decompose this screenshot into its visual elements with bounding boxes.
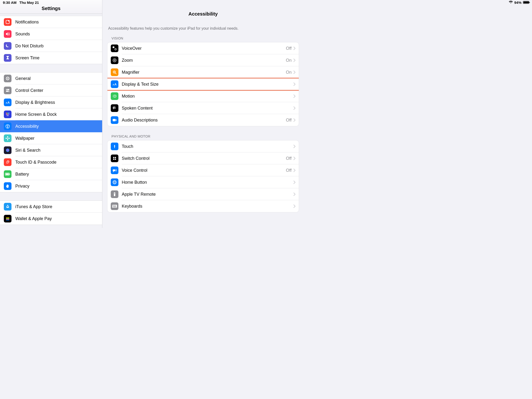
row-touch[interactable]: Touch [108,140,299,152]
row-magnifier[interactable]: MagnifierOn [108,66,299,78]
row-value: On [286,58,291,63]
row-zoom[interactable]: ZoomOn [108,54,299,66]
voicecontrol-icon [111,166,118,174]
switchcontrol-icon [111,155,118,162]
svg-point-23 [8,138,10,139]
svg-rect-66 [113,207,116,207]
chevron-right-icon [293,169,295,172]
svg-rect-62 [113,206,114,206]
row-label: Magnifier [122,70,139,75]
sidebar-item-itunes[interactable]: iTunes & App Store [0,201,102,213]
sounds-icon [4,30,12,38]
row-switchcontrol[interactable]: Switch ControlOff [108,152,299,164]
row-spoken[interactable]: 말0Spoken Content [108,102,299,114]
homescreen-icon [4,111,12,118]
screentime-icon [4,54,12,62]
sidebar-item-general[interactable]: General [0,72,102,84]
sidebar-item-label: Wallpaper [15,136,34,141]
svg-rect-64 [115,206,115,206]
svg-rect-27 [10,174,10,175]
svg-rect-59 [115,205,115,206]
section-card: VoiceOverOffZoomOnMagnifierOnAADisplay &… [107,42,299,126]
row-voicecontrol[interactable]: Voice ControlOff [108,164,299,176]
svg-rect-63 [114,206,114,206]
svg-text:A: A [6,102,7,104]
svg-point-22 [6,138,7,139]
row-label: Switch Control [122,156,150,161]
svg-point-1 [8,20,10,22]
audiodesc-icon [111,116,118,124]
notifications-icon [4,18,12,26]
svg-point-54 [114,193,115,194]
zoom-icon [111,57,118,64]
sidebar-item-wallpaper[interactable]: Wallpaper [0,132,102,144]
spoken-icon: 말0 [111,104,118,112]
chevron-right-icon [293,145,295,148]
svg-text:A: A [113,83,114,86]
row-audiodesc[interactable]: Audio DescriptionsOff [108,114,299,126]
sidebar-item-label: Battery [15,172,29,177]
svg-point-20 [7,136,8,138]
svg-rect-49 [115,158,116,160]
sidebar-item-label: General [15,76,31,81]
svg-rect-48 [113,158,114,160]
chevron-right-icon [293,95,295,98]
svg-rect-60 [115,205,116,206]
sidebar-item-label: Wallet & Apple Pay [15,216,52,221]
chevron-right-icon [293,82,295,86]
section-card: TouchSwitch ControlOffVoice ControlOffHo… [107,140,299,212]
sidebar-item-screentime[interactable]: Screen Time [0,52,102,64]
row-homebutton[interactable]: Home Button [108,176,299,188]
svg-rect-13 [6,114,7,115]
sidebar-item-label: Accessibility [15,124,39,129]
row-keyboards[interactable]: Keyboards [108,200,299,212]
row-voiceover[interactable]: VoiceOverOff [108,42,299,54]
chevron-right-icon [293,47,295,50]
svg-point-21 [7,139,8,140]
sidebar-item-label: Siri & Search [15,148,40,153]
svg-rect-58 [114,205,114,206]
sidebar-title: Settings [42,6,61,14]
sidebar-item-homescreen[interactable]: Home Screen & Dock [0,108,102,120]
sidebar-item-display[interactable]: AADisplay & Brightness [0,96,102,108]
sidebar-item-label: Screen Time [15,56,39,61]
sidebar-item-privacy[interactable]: Privacy [0,180,102,192]
sidebar-groups: NotificationsSoundsDo Not DisturbScreen … [0,14,102,228]
row-label: Zoom [122,58,133,63]
sidebar-item-wallet[interactable]: Wallet & Apple Pay [0,213,102,225]
svg-point-24 [6,149,9,152]
svg-rect-14 [7,114,8,115]
chevron-right-icon [293,59,295,62]
sidebar-item-label: Privacy [15,184,29,189]
row-displaytext[interactable]: AADisplay & Text Size [108,78,299,90]
sidebar-item-siri[interactable]: Siri & Search [0,144,102,156]
svg-point-7 [8,91,9,92]
svg-text:A: A [114,83,116,86]
wallpaper-icon [4,134,12,142]
sidebar-item-touchid[interactable]: Touch ID & Passcode [0,156,102,168]
row-label: Voice Control [122,168,147,173]
row-appletv[interactable]: Apple TV Remote [108,188,299,200]
row-label: Spoken Content [122,106,153,111]
sidebar-item-notifications[interactable]: Notifications [0,16,102,28]
sidebar-item-accessibility[interactable]: Accessibility [0,120,102,132]
sidebar-item-battery[interactable]: Battery [0,168,102,180]
row-value: On [286,70,291,75]
row-motion[interactable]: Motion [108,90,299,102]
appletv-icon [111,190,118,198]
sidebar-item-controlcenter[interactable]: Control Center [0,84,102,96]
svg-point-41 [114,95,116,97]
sidebar-item-sounds[interactable]: Sounds [0,28,102,40]
svg-rect-28 [6,217,9,218]
row-label: VoiceOver [122,46,142,51]
sidebar-item-dnd[interactable]: Do Not Disturb [0,40,102,52]
general-icon [4,75,12,82]
row-value: Off [286,168,291,173]
sidebar-item-label: iTunes & App Store [15,204,52,209]
privacy-icon [4,182,12,190]
dnd-icon [4,42,12,50]
row-label: Home Button [122,180,147,185]
voiceover-icon [111,44,118,52]
svg-point-3 [7,78,8,79]
sidebar-item-label: Sounds [15,32,30,37]
